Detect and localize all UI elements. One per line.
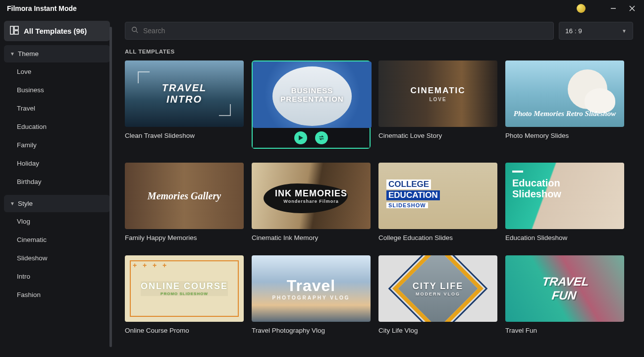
svg-point-6 — [132, 27, 137, 32]
svg-rect-4 — [14, 26, 18, 30]
template-thumbnail: Photo Memories Retro Slideshow — [505, 60, 624, 127]
swap-button[interactable] — [315, 131, 328, 144]
template-name: Cinematic Ink Memory — [252, 234, 371, 241]
sidebar-item-business[interactable]: Business — [4, 81, 110, 99]
template-thumbnail: BUSINESSPRESENTATION — [253, 61, 372, 128]
main-content: 16 : 9 ▼ ALL TEMPLATES TRAVELINTRO Clean… — [114, 17, 644, 357]
template-thumbnail: TravelPHOTOGRAPHY VLOG — [252, 255, 371, 322]
sidebar: All Templates (96) ▼ Theme Love Business… — [0, 17, 114, 357]
play-button[interactable] — [294, 131, 307, 144]
template-name: College Education Slides — [378, 234, 497, 241]
search-icon — [131, 26, 138, 35]
grid-heading: ALL TEMPLATES — [125, 49, 633, 55]
sidebar-section-theme[interactable]: ▼ Theme — [4, 45, 110, 62]
aspect-ratio-select[interactable]: 16 : 9 ▼ — [559, 22, 633, 40]
template-card[interactable]: TRAVELINTRO Clean Travel Slideshow — [125, 60, 244, 149]
template-card[interactable]: CINEMATICLOVE Cinematic Love Story — [378, 60, 497, 149]
template-thumbnail: COLLEGE EDUCATION SLIDESHOW — [378, 163, 497, 229]
sidebar-item-travel[interactable]: Travel — [4, 99, 110, 118]
sidebar-item-cinematic[interactable]: Cinematic — [4, 231, 110, 249]
sidebar-item-holiday[interactable]: Holiday — [4, 154, 110, 173]
minimize-button[interactable] — [608, 3, 618, 13]
template-thumbnail: Memories Gallery — [125, 163, 244, 229]
template-thumbnail: TRAVELFUN — [505, 255, 624, 322]
titlebar: Filmora Instant Mode — [0, 0, 644, 17]
svg-rect-5 — [14, 31, 18, 34]
chevron-down-icon: ▼ — [622, 28, 627, 34]
template-card[interactable]: EducationSlideshow Education Slideshow — [505, 163, 624, 241]
svg-rect-3 — [10, 26, 13, 34]
search-box[interactable] — [125, 22, 554, 40]
template-name: Travel Fun — [505, 327, 624, 334]
aspect-ratio-value: 16 : 9 — [565, 27, 582, 35]
template-thumbnail: CINEMATICLOVE — [378, 60, 497, 127]
template-grid: TRAVELINTRO Clean Travel Slideshow BUSIN… — [125, 60, 633, 334]
template-thumbnail: EducationSlideshow — [505, 163, 624, 229]
templates-grid-icon — [10, 26, 19, 36]
template-card[interactable]: ++++ ONLINE COURSEPROMO SLIDESHOW Online… — [125, 255, 244, 334]
template-card[interactable]: COLLEGE EDUCATION SLIDESHOW College Educ… — [378, 163, 497, 241]
template-name: City Life Vlog — [378, 327, 497, 334]
svg-marker-8 — [299, 135, 303, 140]
sidebar-all-templates[interactable]: All Templates (96) — [4, 21, 110, 41]
sidebar-item-birthday[interactable]: Birthday — [4, 173, 110, 191]
sidebar-section-label: Theme — [18, 50, 39, 58]
sidebar-section-style[interactable]: ▼ Style — [4, 195, 110, 212]
chevron-down-icon: ▼ — [10, 201, 15, 206]
sidebar-item-intro[interactable]: Intro — [4, 267, 110, 286]
template-card[interactable]: Photo Memories Retro Slideshow Photo Mem… — [505, 60, 624, 149]
template-name: Family Happy Memories — [125, 234, 244, 241]
template-thumbnail: ++++ ONLINE COURSEPROMO SLIDESHOW — [125, 255, 244, 322]
template-name: Education Slideshow — [505, 234, 624, 241]
template-thumbnail: CITY LIFEMODERN VLOG — [378, 255, 497, 322]
template-name: Travel Photography Vlog — [252, 327, 371, 334]
template-thumbnail: INK MEMORIESWondershare Filmora — [252, 163, 371, 229]
search-input[interactable] — [143, 27, 547, 35]
template-name: Online Course Promo — [125, 327, 244, 334]
template-card[interactable]: Memories Gallery Family Happy Memories — [125, 163, 244, 241]
sidebar-item-family[interactable]: Family — [4, 136, 110, 154]
template-name: Photo Memory Slides — [505, 132, 624, 139]
template-card[interactable]: INK MEMORIESWondershare Filmora Cinemati… — [252, 163, 371, 241]
sidebar-item-fashion[interactable]: Fashion — [4, 286, 110, 304]
svg-line-7 — [136, 31, 138, 33]
topbar: 16 : 9 ▼ — [125, 22, 633, 40]
chevron-down-icon: ▼ — [10, 51, 15, 57]
template-action-bar — [253, 128, 370, 148]
template-card-selected[interactable]: BUSINESSPRESENTATION — [252, 60, 371, 149]
template-name: Clean Travel Slideshow — [125, 132, 244, 139]
sidebar-item-love[interactable]: Love — [4, 62, 110, 81]
template-card[interactable]: TRAVELFUN Travel Fun — [505, 255, 624, 334]
close-button[interactable] — [627, 3, 637, 13]
template-name: Cinematic Love Story — [378, 132, 497, 139]
sidebar-all-templates-label: All Templates (96) — [24, 27, 87, 35]
sidebar-section-label: Style — [18, 200, 33, 207]
window-title: Filmora Instant Mode — [7, 4, 77, 12]
app-logo-icon — [577, 4, 586, 13]
template-card[interactable]: TravelPHOTOGRAPHY VLOG Travel Photograph… — [252, 255, 371, 334]
sidebar-item-slideshow[interactable]: Slideshow — [4, 249, 110, 267]
template-thumbnail: TRAVELINTRO — [125, 60, 244, 127]
template-card[interactable]: CITY LIFEMODERN VLOG City Life Vlog — [378, 255, 497, 334]
sidebar-item-education[interactable]: Education — [4, 118, 110, 136]
sidebar-item-vlog[interactable]: Vlog — [4, 212, 110, 231]
